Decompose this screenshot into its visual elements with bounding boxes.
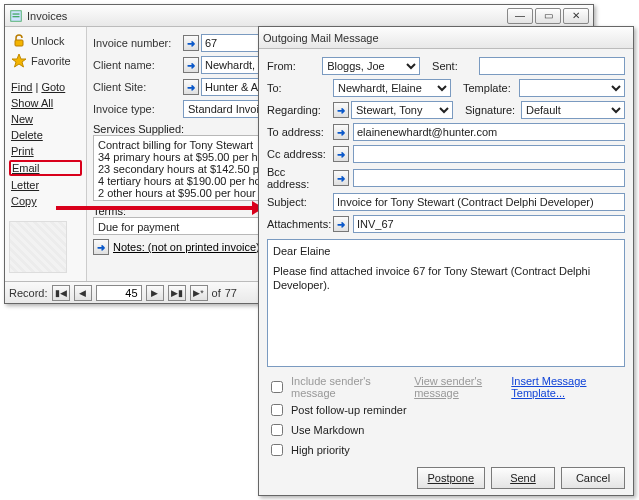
sidebar-watermark-icon [9,221,67,273]
mail-titlebar[interactable]: Outgoing Mail Message [259,27,633,49]
invoices-app-icon [9,9,23,23]
sidebar-link-letter[interactable]: Letter [9,177,82,193]
sidebar-unlock-label: Unlock [31,35,65,47]
mail-regarding-picker-icon[interactable]: ➜ [333,102,349,118]
invoice-type-label: Invoice type: [93,103,179,115]
invoices-title: Invoices [27,10,507,22]
mail-body-text: Please find attached invoice 67 for Tony… [273,264,619,292]
mail-toaddr-label: To address: [267,126,329,138]
sidebar-link-delete[interactable]: Delete [9,127,82,143]
mail-footer: Include sender's message View sender's m… [267,367,625,489]
mail-toaddr-picker-icon[interactable]: ➜ [333,124,349,140]
svg-marker-4 [12,54,26,67]
mail-sent-field[interactable] [479,57,625,75]
mail-cc-field[interactable] [353,145,625,163]
record-prev-button[interactable]: ◀ [74,285,92,301]
record-label: Record: [9,287,48,299]
mail-subject-field[interactable] [333,193,625,211]
chk-high-priority-box[interactable] [271,444,283,456]
mail-regarding-select[interactable]: Stewart, Tony [351,101,453,119]
notes-picker-icon[interactable]: ➜ [93,239,109,255]
mail-template-label: Template: [463,82,515,94]
chk-include-sender[interactable]: Include sender's message View sender's m… [267,375,511,399]
invoices-sidebar: Unlock Favorite Find | Goto Show All New… [5,27,87,281]
mail-regarding-label: Regarding: [267,104,329,116]
chk-include-sender-label: Include sender's message [291,375,398,399]
sidebar-link-email[interactable]: Email [9,160,82,176]
mail-from-select[interactable]: Bloggs, Joe [322,57,420,75]
record-total: 77 [225,287,237,299]
mail-body-greeting: Dear Elaine [273,244,619,258]
postpone-button[interactable]: Postpone [417,467,485,489]
link-insert-template[interactable]: Insert Message Template... [511,375,586,399]
lock-icon [11,33,27,49]
chk-markdown-label: Use Markdown [291,424,364,436]
close-button[interactable]: ✕ [563,8,589,24]
record-first-button[interactable]: ▮◀ [52,285,70,301]
mail-attach-field[interactable] [353,215,625,233]
invoice-number-picker-icon[interactable]: ➜ [183,35,199,51]
chk-followup-box[interactable] [271,404,283,416]
mail-signature-select[interactable]: Default [521,101,625,119]
record-last-button[interactable]: ▶▮ [168,285,186,301]
sidebar-favorite-label: Favorite [31,55,71,67]
chk-markdown-box[interactable] [271,424,283,436]
sidebar-unlock[interactable]: Unlock [9,31,82,51]
mail-cc-picker-icon[interactable]: ➜ [333,146,349,162]
chk-include-sender-box[interactable] [271,381,283,393]
invoice-number-field[interactable] [201,34,261,52]
mail-to-label: To: [267,82,329,94]
chk-markdown[interactable]: Use Markdown [267,421,511,439]
mail-to-select[interactable]: Newhardt, Elaine [333,79,451,97]
mail-attach-picker-icon[interactable]: ➜ [333,216,349,232]
mail-title: Outgoing Mail Message [263,32,629,44]
record-next-button[interactable]: ▶ [146,285,164,301]
chk-high-priority-label: High priority [291,444,350,456]
mail-subject-label: Subject: [267,196,329,208]
mail-cc-label: Cc address: [267,148,329,160]
link-view-sender: View sender's message [414,375,511,399]
sidebar-link-print[interactable]: Print [9,143,82,159]
record-of-label: of [212,287,221,299]
record-position-field[interactable] [96,285,142,301]
mail-bcc-picker-icon[interactable]: ➜ [333,170,349,186]
sidebar-link-find-goto[interactable]: Find | Goto [9,79,82,95]
mail-window: Outgoing Mail Message From: Bloggs, Joe … [258,26,634,496]
mail-bcc-field[interactable] [353,169,625,187]
invoice-number-label: Invoice number: [93,37,179,49]
mail-sent-label: Sent: [432,60,475,72]
record-new-button[interactable]: ▶* [190,285,208,301]
sidebar-link-showall[interactable]: Show All [9,95,82,111]
svg-rect-2 [13,16,20,17]
mail-from-label: From: [267,60,318,72]
client-name-picker-icon[interactable]: ➜ [183,57,199,73]
mail-template-select[interactable] [519,79,625,97]
client-site-picker-icon[interactable]: ➜ [183,79,199,95]
sidebar-link-new[interactable]: New [9,111,82,127]
sidebar-link-copy[interactable]: Copy [9,193,82,209]
svg-rect-3 [15,40,23,46]
mail-toaddr-field[interactable] [353,123,625,141]
mail-attach-label: Attachments: [267,218,329,230]
client-name-label: Client name: [93,59,179,71]
svg-rect-1 [13,13,20,14]
mail-signature-label: Signature: [465,104,517,116]
minimize-button[interactable]: — [507,8,533,24]
star-icon [11,53,27,69]
mail-body-textarea[interactable]: Dear Elaine Please find attached invoice… [267,239,625,367]
invoices-titlebar[interactable]: Invoices — ▭ ✕ [5,5,593,27]
chk-followup[interactable]: Post follow-up reminder [267,401,511,419]
mail-bcc-label: Bcc address: [267,166,329,190]
client-site-label: Client Site: [93,81,179,93]
chk-high-priority[interactable]: High priority [267,441,511,459]
send-button[interactable]: Send [491,467,555,489]
cancel-button[interactable]: Cancel [561,467,625,489]
sidebar-favorite[interactable]: Favorite [9,51,82,71]
chk-followup-label: Post follow-up reminder [291,404,407,416]
maximize-button[interactable]: ▭ [535,8,561,24]
notes-label: Notes: (not on printed invoice) [113,241,260,253]
